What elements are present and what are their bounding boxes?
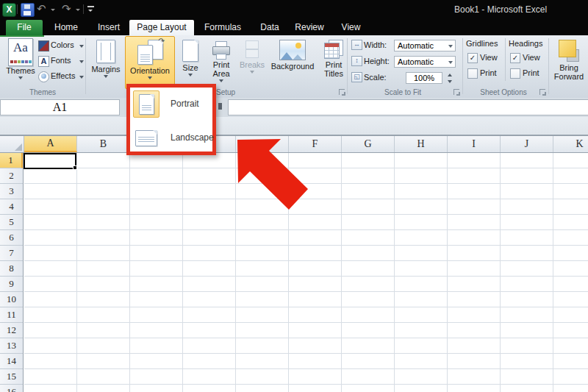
spinner-down-icon[interactable]	[445, 78, 455, 84]
theme-effects-button[interactable]: Effects	[38, 71, 84, 83]
menu-item-landscape[interactable]: Landscape	[132, 124, 210, 153]
selected-cell-A1[interactable]	[24, 153, 76, 169]
width-combobox[interactable]: Automatic	[394, 40, 456, 51]
gridlines-view-label[interactable]: View	[480, 53, 498, 62]
row-header-1-selected[interactable]: 1	[0, 153, 23, 168]
chevron-down-icon	[79, 45, 84, 48]
column-header-G[interactable]: G	[342, 136, 395, 152]
chevron-down-icon	[104, 75, 108, 78]
height-value: Automatic	[398, 57, 434, 66]
row-header-6[interactable]: 6	[0, 230, 23, 246]
tab-file[interactable]: File	[6, 20, 43, 35]
sheet-options-divider	[505, 38, 506, 81]
chevron-down-icon	[18, 76, 23, 79]
chevron-down-icon	[250, 71, 254, 74]
row-header-4[interactable]: 4	[0, 199, 23, 215]
menu-item-portrait[interactable]: Portrait	[132, 90, 210, 119]
column-header-B[interactable]: B	[77, 136, 130, 152]
worksheet-grid[interactable]	[24, 153, 588, 392]
redo-button[interactable]: ↷	[62, 2, 71, 15]
undo-dropdown-arrow-icon[interactable]	[51, 9, 55, 11]
orientation-button[interactable]: ↷ Orientation	[125, 36, 175, 89]
select-all-corner[interactable]	[0, 136, 24, 152]
headings-view-checkbox-checked[interactable]: ✓	[510, 53, 520, 63]
themes-icon: Aa	[8, 38, 33, 66]
background-button[interactable]: Background	[266, 37, 319, 93]
row-header-15[interactable]: 15	[0, 369, 23, 385]
column-header-E[interactable]: E	[236, 136, 289, 152]
sheet-options-dialog-launcher-icon[interactable]	[539, 89, 545, 95]
column-header-H[interactable]: H	[395, 136, 448, 152]
headings-print-label[interactable]: Print	[523, 68, 539, 77]
tab-data[interactable]: Data	[253, 20, 287, 35]
breaks-label: Breaks	[238, 60, 266, 69]
gridlines-view-checkbox-checked[interactable]: ✓	[467, 53, 478, 63]
bring-forward-button[interactable]: Bring Forward	[550, 37, 588, 93]
divider	[17, 4, 18, 14]
fx-button-partial[interactable]	[218, 103, 222, 110]
tab-page-layout-active[interactable]: Page Layout	[129, 20, 194, 35]
row-header-5[interactable]: 5	[0, 215, 23, 230]
tab-formulas[interactable]: Formulas	[200, 20, 245, 35]
theme-fonts-button[interactable]: A Fonts	[38, 55, 84, 68]
row-header-16[interactable]: 16	[0, 385, 23, 392]
tab-insert[interactable]: Insert	[91, 20, 126, 35]
scale-icon: ◱	[351, 72, 362, 82]
bring-forward-label-line2: Forward	[550, 72, 588, 81]
scale-to-fit-dialog-launcher-icon[interactable]	[453, 89, 459, 95]
row-header-9[interactable]: 9	[0, 277, 23, 292]
page-setup-dialog-launcher-icon[interactable]	[339, 89, 345, 95]
column-header-F[interactable]: F	[289, 136, 342, 152]
print-titles-label-line1: Print	[320, 60, 347, 69]
fonts-label: Fonts	[51, 56, 71, 65]
headings-view-label[interactable]: View	[523, 53, 540, 62]
colors-icon	[38, 40, 49, 51]
print-titles-icon	[324, 40, 343, 59]
print-titles-button[interactable]: Print Titles	[320, 37, 347, 93]
undo-button[interactable]: ↶	[37, 2, 46, 15]
chevron-down-icon	[219, 79, 223, 82]
row-header-column: 1 2 3 4 5 6 7 8 9 10 11 12 13 14 15 16	[0, 153, 24, 392]
margins-label: Margins	[88, 65, 123, 74]
ribbon-tab-bar: File Home Insert Page Layout Formulas Da…	[0, 20, 588, 35]
tab-home[interactable]: Home	[46, 20, 87, 35]
landscape-page-icon	[135, 130, 157, 146]
print-titles-label-line2: Titles	[320, 69, 347, 78]
row-header-12[interactable]: 12	[0, 323, 23, 338]
themes-button[interactable]: Aa Themes	[4, 38, 37, 87]
save-button[interactable]	[21, 3, 35, 17]
sheet-options-group-label: Sheet Options	[467, 88, 540, 97]
customize-quick-access-toolbar-button[interactable]	[87, 6, 95, 13]
breaks-button-disabled[interactable]: Breaks	[238, 37, 266, 93]
margins-button[interactable]: Margins	[88, 37, 123, 93]
chevron-down-icon	[448, 45, 453, 48]
tab-view[interactable]: View	[334, 20, 368, 35]
bring-forward-label-line1: Bring	[550, 63, 588, 72]
name-box[interactable]: A1	[0, 99, 120, 115]
scale-value-input[interactable]: 100%	[406, 72, 442, 84]
column-header-I[interactable]: I	[448, 136, 501, 152]
gridlines-print-label[interactable]: Print	[480, 68, 497, 77]
height-combobox[interactable]: Automatic	[394, 56, 456, 68]
margins-icon	[96, 40, 115, 63]
gridlines-print-checkbox-unchecked[interactable]	[467, 68, 478, 79]
row-header-13[interactable]: 13	[0, 338, 23, 354]
row-header-3[interactable]: 3	[0, 184, 23, 199]
breaks-icon	[243, 40, 262, 59]
spinner-up-icon[interactable]	[445, 72, 455, 78]
column-header-K[interactable]: K	[553, 136, 588, 152]
row-header-8[interactable]: 8	[0, 261, 23, 277]
tab-review[interactable]: Review	[291, 20, 328, 35]
headings-print-checkbox-unchecked[interactable]	[510, 68, 520, 79]
row-header-2[interactable]: 2	[0, 168, 23, 184]
column-header-A-selected[interactable]: A	[24, 136, 77, 152]
row-header-11[interactable]: 11	[0, 307, 23, 323]
redo-dropdown-arrow-icon[interactable]	[76, 9, 80, 11]
row-header-7[interactable]: 7	[0, 246, 23, 261]
size-icon	[182, 40, 198, 62]
row-header-14[interactable]: 14	[0, 354, 23, 369]
theme-colors-button[interactable]: Colors	[38, 40, 84, 52]
column-header-J[interactable]: J	[501, 136, 553, 152]
row-header-10[interactable]: 10	[0, 292, 23, 307]
formula-bar-input[interactable]	[228, 99, 588, 115]
